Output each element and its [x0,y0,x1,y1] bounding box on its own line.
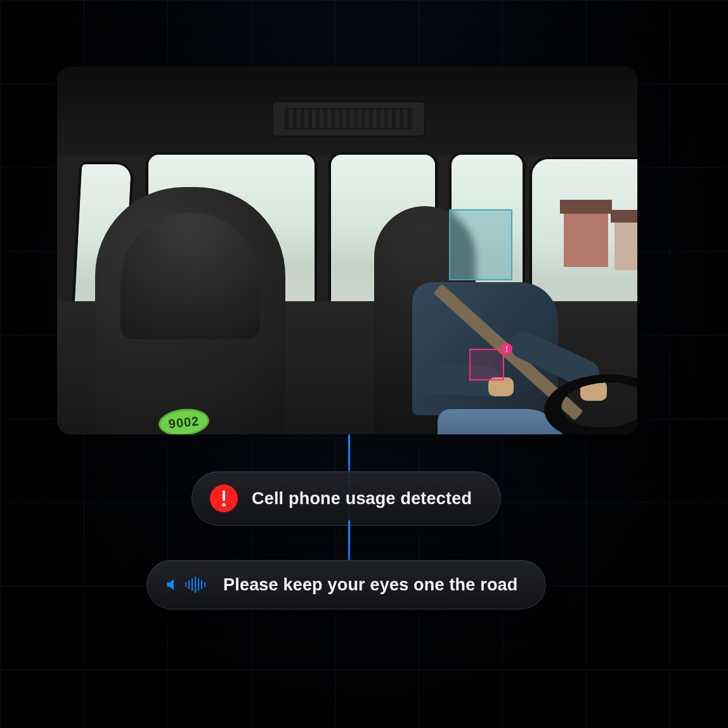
svg-point-1 [222,503,225,506]
alert-text: Cell phone usage detected [252,489,472,509]
speaker-icon [165,573,209,596]
cab-interior-illustration: 9002 ! [57,67,637,434]
svg-rect-0 [223,490,225,501]
alert-text: Please keep your eyes one the road [223,575,518,595]
alert-pill-detection: Cell phone usage detected [192,471,501,526]
passenger-seat [95,187,285,434]
audio-wave-icon [185,576,205,593]
alert-icon [210,484,238,512]
phone-alert-badge-icon: ! [501,343,512,354]
alert-pill-audio: Please keep your eyes one the road [146,560,546,609]
timeline-connector [348,520,350,561]
dashcam-video-frame: 9002 ! [57,67,637,434]
